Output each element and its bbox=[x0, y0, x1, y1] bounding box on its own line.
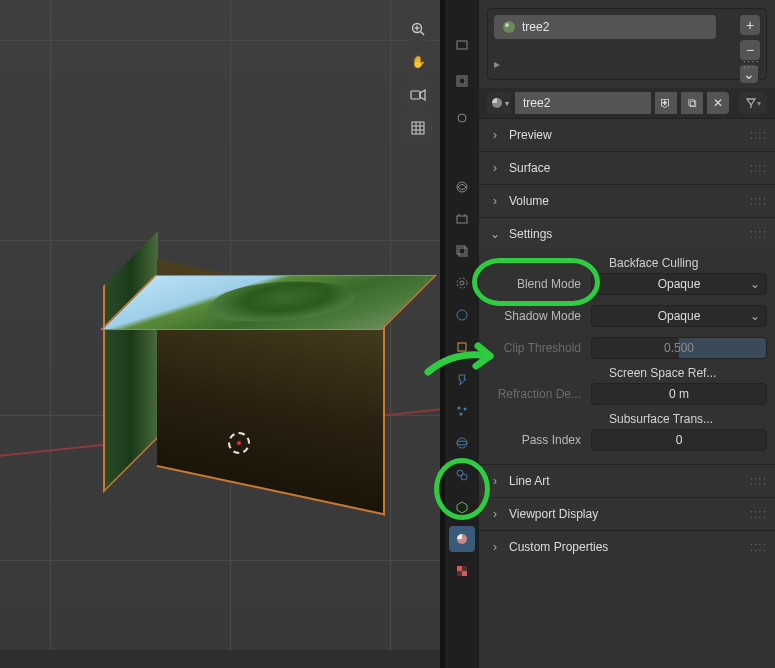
cube-face-top bbox=[100, 275, 437, 330]
screenspace-refraction-row[interactable]: Screen Space Ref... bbox=[487, 366, 767, 380]
panel-header-custom-properties[interactable]: ›Custom Properties:::: bbox=[479, 531, 775, 563]
settings-panel-body: Backface Culling Blend Mode Opaque Shado… bbox=[479, 250, 775, 464]
shadow-mode-label: Shadow Mode bbox=[487, 309, 591, 323]
blend-mode-dropdown[interactable]: Opaque bbox=[591, 273, 767, 295]
svg-point-13 bbox=[458, 114, 466, 122]
clip-threshold-field[interactable]: 0.500 bbox=[591, 337, 767, 359]
material-slot-list[interactable]: tree2 + − ⌄ ▸ :::: bbox=[487, 8, 767, 80]
chevron-down-icon: ⌄ bbox=[489, 227, 501, 241]
tab-mesh-data[interactable] bbox=[449, 494, 475, 520]
panel-header-settings[interactable]: ⌄Settings:::: bbox=[479, 218, 775, 250]
play-icon: ▸ bbox=[494, 57, 500, 75]
pin-dropdown-button[interactable]: ▾ bbox=[739, 92, 767, 114]
chevron-right-icon: › bbox=[489, 128, 501, 142]
shadow-mode-dropdown[interactable]: Opaque bbox=[591, 305, 767, 327]
zoom-icon[interactable] bbox=[404, 15, 432, 43]
svg-line-3 bbox=[421, 32, 425, 36]
tab-constraints[interactable] bbox=[449, 462, 475, 488]
chevron-right-icon: › bbox=[489, 507, 501, 521]
camera-icon[interactable] bbox=[404, 81, 432, 109]
svg-rect-15 bbox=[457, 216, 467, 223]
svg-point-20 bbox=[460, 281, 464, 285]
shield-icon[interactable]: ⛨ bbox=[655, 92, 677, 114]
chevron-right-icon: › bbox=[489, 161, 501, 175]
panel-header-volume[interactable]: ›Volume:::: bbox=[479, 185, 775, 217]
svg-rect-34 bbox=[462, 571, 467, 576]
svg-point-36 bbox=[505, 23, 509, 27]
3d-viewport[interactable]: ✋ bbox=[0, 0, 440, 650]
tab-scene[interactable] bbox=[449, 270, 475, 296]
output-properties-icon[interactable] bbox=[453, 72, 471, 90]
panel-header-preview[interactable]: ›Preview:::: bbox=[479, 119, 775, 151]
tab-physics[interactable] bbox=[449, 430, 475, 456]
svg-rect-19 bbox=[459, 248, 467, 256]
svg-point-35 bbox=[503, 21, 515, 33]
svg-rect-33 bbox=[457, 566, 462, 571]
svg-point-30 bbox=[461, 474, 467, 480]
perspective-grid-icon[interactable] bbox=[404, 114, 432, 142]
material-slot-item[interactable]: tree2 bbox=[494, 15, 716, 39]
svg-rect-5 bbox=[412, 122, 424, 134]
svg-rect-12 bbox=[459, 78, 465, 84]
render-properties-icon[interactable] bbox=[453, 36, 471, 54]
add-slot-button[interactable]: + bbox=[740, 15, 760, 35]
svg-point-25 bbox=[464, 408, 467, 411]
svg-point-27 bbox=[457, 438, 467, 448]
svg-point-26 bbox=[460, 413, 463, 416]
hand-icon[interactable]: ✋ bbox=[404, 48, 432, 76]
material-datablock-row: ▾ tree2 ⛨ ⧉ ✕ ▾ bbox=[479, 88, 775, 118]
svg-rect-4 bbox=[411, 91, 420, 99]
svg-rect-23 bbox=[458, 343, 466, 351]
pass-index-label: Pass Index bbox=[487, 433, 591, 447]
unlink-x-icon[interactable]: ✕ bbox=[707, 92, 729, 114]
backface-culling-row[interactable]: Backface Culling bbox=[487, 256, 767, 270]
pass-index-field[interactable]: 0 bbox=[591, 429, 767, 451]
svg-point-21 bbox=[457, 278, 467, 288]
tab-modifiers[interactable] bbox=[449, 366, 475, 392]
tab-texture[interactable] bbox=[449, 558, 475, 584]
svg-rect-18 bbox=[457, 246, 465, 254]
panel-header-lineart[interactable]: ›Line Art:::: bbox=[479, 465, 775, 497]
viewport-nav-gizmos: ✋ bbox=[404, 15, 432, 142]
material-ball-icon bbox=[502, 20, 516, 34]
svg-point-24 bbox=[458, 407, 461, 410]
panel-header-surface[interactable]: ›Surface:::: bbox=[479, 152, 775, 184]
clip-threshold-label: Clip Threshold bbox=[487, 341, 591, 355]
blend-mode-label: Blend Mode bbox=[487, 277, 591, 291]
copy-icon[interactable]: ⧉ bbox=[681, 92, 703, 114]
svg-rect-10 bbox=[457, 41, 467, 49]
3d-cursor bbox=[228, 432, 250, 454]
material-browse-button[interactable]: ▾ bbox=[487, 92, 511, 114]
mesh-cube-object[interactable] bbox=[100, 230, 385, 510]
tab-output[interactable] bbox=[449, 206, 475, 232]
chevron-right-icon: › bbox=[489, 474, 501, 488]
subsurface-trans-row[interactable]: Subsurface Trans... bbox=[487, 412, 767, 426]
tab-world[interactable] bbox=[449, 302, 475, 328]
tab-material[interactable] bbox=[449, 526, 475, 552]
teapot-icon[interactable] bbox=[453, 108, 471, 126]
material-slot-name: tree2 bbox=[522, 20, 549, 34]
tab-particles[interactable] bbox=[449, 398, 475, 424]
material-name-field[interactable]: tree2 bbox=[515, 92, 651, 114]
chevron-right-icon: › bbox=[489, 194, 501, 208]
drag-handle-icon[interactable]: :::: bbox=[743, 57, 760, 75]
refraction-depth-field[interactable]: 0 m bbox=[591, 383, 767, 405]
panel-header-viewport-display[interactable]: ›Viewport Display:::: bbox=[479, 498, 775, 530]
refraction-depth-label: Refraction De... bbox=[487, 387, 591, 401]
chevron-right-icon: › bbox=[489, 540, 501, 554]
properties-tab-strip bbox=[445, 168, 479, 668]
svg-point-28 bbox=[457, 441, 467, 445]
properties-panel: ■ tree2 › ◐ tree2 tree2 + − ⌄ ▸ :::: ▾ t… bbox=[479, 0, 775, 668]
tab-viewlayer[interactable] bbox=[449, 238, 475, 264]
tab-object[interactable] bbox=[449, 334, 475, 360]
svg-point-22 bbox=[457, 310, 467, 320]
cube-face-left bbox=[103, 231, 158, 493]
tab-render[interactable] bbox=[449, 174, 475, 200]
